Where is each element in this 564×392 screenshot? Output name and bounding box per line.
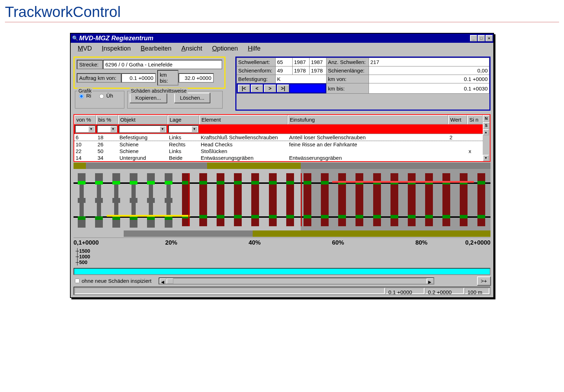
schaden-group: Schäden abschnittsweise Kopieren... Lösc… bbox=[127, 91, 223, 109]
sleeper-steel bbox=[165, 173, 172, 226]
sleeper-wood bbox=[251, 173, 259, 226]
app-icon: 🔍 bbox=[71, 35, 78, 41]
table-cell: Entwässerungsgräben bbox=[199, 154, 288, 161]
scroll-thumb[interactable] bbox=[166, 278, 174, 284]
table-header: von % bis % Objekt Lage Element Einstufu… bbox=[74, 115, 483, 124]
table-row[interactable]: 1434UntergrundBeideEntwässerungsgräbenEn… bbox=[74, 154, 483, 161]
maximize-button[interactable]: □ bbox=[478, 35, 485, 41]
hdr-bis[interactable]: bis % bbox=[96, 115, 118, 124]
minimize-button[interactable]: _ bbox=[470, 35, 477, 41]
defect-marker-yellow bbox=[107, 215, 190, 217]
scroll-right-icon[interactable]: ► bbox=[427, 278, 434, 284]
sleeper-steel bbox=[130, 173, 137, 226]
table-cell: 50 bbox=[96, 148, 118, 154]
kopieren-button[interactable]: Kopieren... bbox=[130, 93, 167, 103]
region-bar bbox=[207, 163, 301, 169]
sleeper-steel bbox=[78, 173, 86, 226]
filter-lage[interactable]: ▼ bbox=[168, 125, 199, 133]
km-von-input[interactable]: 0.1 +0000 bbox=[121, 73, 156, 83]
table-cell bbox=[467, 154, 483, 161]
scroll-down-icon[interactable]: ▼ bbox=[483, 155, 489, 161]
schw-year1: 1987 bbox=[293, 58, 310, 66]
sub-ruler: ┼1500 ┼1000 ┼500 bbox=[74, 247, 490, 267]
strecke-value[interactable]: 6296 / 0 / Gotha - Leinefelde bbox=[103, 60, 222, 69]
bottom-row: ohne neue Schäden inspiziert ◄ ► >+ bbox=[74, 276, 490, 285]
schaden-title: Schäden abschnittsweise bbox=[130, 88, 188, 94]
title-rule bbox=[5, 22, 559, 22]
loeschen-button[interactable]: Löschen... bbox=[174, 93, 210, 103]
inspected-checkbox[interactable] bbox=[75, 279, 80, 283]
info-km-bis-value: 0.1 +0030 bbox=[369, 83, 489, 94]
menu-optionen[interactable]: Optionen bbox=[207, 44, 243, 53]
hdr-wert[interactable]: Wert bbox=[448, 115, 467, 124]
hdr-lage[interactable]: Lage bbox=[168, 115, 199, 124]
info-box: Schwellenart: 65 1987 1987 Anz. Schwelle… bbox=[235, 57, 490, 111]
grafik-title: Grafik bbox=[77, 88, 93, 94]
close-button[interactable]: × bbox=[486, 35, 493, 41]
filter-von[interactable]: ▼ bbox=[75, 125, 95, 133]
hdr-sin[interactable]: Si n bbox=[467, 115, 483, 124]
sub-500: ┼500 bbox=[76, 259, 488, 265]
table-cell bbox=[467, 134, 483, 141]
table-scrollbar[interactable]: ▲ ▼ bbox=[483, 129, 489, 161]
ruler-20: 20% bbox=[165, 239, 177, 246]
table-cell: Schiene bbox=[118, 148, 168, 154]
table-cell: Kraftschluß Schwellenschrauben bbox=[199, 134, 288, 141]
hdr-element[interactable]: Element bbox=[199, 115, 288, 124]
zoom-button[interactable]: >+ bbox=[477, 276, 490, 285]
nav-prev[interactable]: < bbox=[251, 84, 263, 92]
table-cell: Links bbox=[168, 134, 199, 141]
radio-uh[interactable]: Üh bbox=[98, 93, 113, 99]
btn-n[interactable]: N bbox=[483, 115, 490, 122]
menu-mvd[interactable]: MVD bbox=[73, 44, 97, 53]
nav-first[interactable]: |< bbox=[238, 84, 250, 92]
table-cell: feine Risse an der Fahrkante bbox=[288, 141, 448, 148]
h-scrollbar[interactable]: ◄ ► bbox=[159, 277, 434, 285]
sleeper-steel bbox=[147, 173, 155, 226]
hdr-objekt[interactable]: Objekt bbox=[118, 115, 168, 124]
sf-year1: 1978 bbox=[293, 66, 310, 75]
table-cell: 34 bbox=[96, 154, 118, 161]
table-cell: Entwässerungsgräben bbox=[288, 154, 448, 161]
nav-last[interactable]: >| bbox=[277, 84, 289, 92]
sleeper-wood bbox=[304, 173, 311, 226]
hdr-von[interactable]: von % bbox=[74, 115, 96, 124]
menu-inspektion[interactable]: Inspektion bbox=[97, 44, 136, 53]
hdr-einstufung[interactable]: Einstufung bbox=[288, 115, 448, 124]
btn-s[interactable]: S bbox=[483, 122, 490, 129]
strecke-label: Strecke: bbox=[77, 60, 103, 69]
menu-ansicht[interactable]: Ansicht bbox=[176, 44, 207, 53]
route-box: Strecke: 6296 / 0 / Gotha - Leinefelde A… bbox=[74, 57, 225, 89]
table-body: 618BefestigungLinksKraftschluß Schwellen… bbox=[74, 134, 483, 161]
table-cell bbox=[467, 141, 483, 148]
ruler-end: 0,2+0000 bbox=[465, 239, 490, 246]
table-cell bbox=[448, 148, 467, 154]
auftrag-label: Auftrag km von: bbox=[77, 73, 121, 83]
sf-year2: 1978 bbox=[310, 66, 327, 75]
schwellenart-value: 65 bbox=[276, 58, 293, 66]
table-cell: x bbox=[467, 148, 483, 154]
table-row[interactable]: 1026SchieneRechtsHead Checksfeine Risse … bbox=[74, 141, 483, 148]
menu-hilfe[interactable]: Hilfe bbox=[243, 44, 265, 53]
menu-bearbeiten[interactable]: Bearbeiten bbox=[136, 44, 176, 53]
table-row[interactable]: 618BefestigungLinksKraftschluß Schwellen… bbox=[74, 134, 483, 141]
section-marker bbox=[301, 173, 302, 226]
region-bar bbox=[253, 230, 490, 237]
table-cell: 2 bbox=[448, 134, 467, 141]
km-bis-input[interactable]: 32.0 +0000 bbox=[178, 73, 214, 83]
cyan-bar bbox=[74, 268, 490, 275]
info-km-von-value: 0.1 +0000 bbox=[369, 75, 489, 83]
defect-table: von % bis % Objekt Lage Element Einstufu… bbox=[74, 114, 490, 162]
filter-bis[interactable]: ▼ bbox=[97, 125, 117, 133]
scroll-up-icon[interactable]: ▲ bbox=[483, 129, 489, 135]
schienenform-value: 49 bbox=[276, 66, 293, 75]
nav-next[interactable]: > bbox=[264, 84, 276, 92]
status-km2: 0.2 +0000 bbox=[425, 288, 464, 294]
position-ruler: 0,1+0000 20% 40% 60% 80% 0,2+0000 bbox=[74, 238, 490, 247]
scroll-left-icon[interactable]: ◄ bbox=[159, 278, 166, 284]
ruler-start: 0,1+0000 bbox=[74, 239, 99, 246]
table-cell: 14 bbox=[74, 154, 96, 161]
filter-objekt[interactable]: ▼ bbox=[119, 125, 167, 133]
table-row[interactable]: 2250SchieneLinksStoßlückenx bbox=[74, 148, 483, 154]
table-cell: Rechts bbox=[168, 141, 199, 148]
